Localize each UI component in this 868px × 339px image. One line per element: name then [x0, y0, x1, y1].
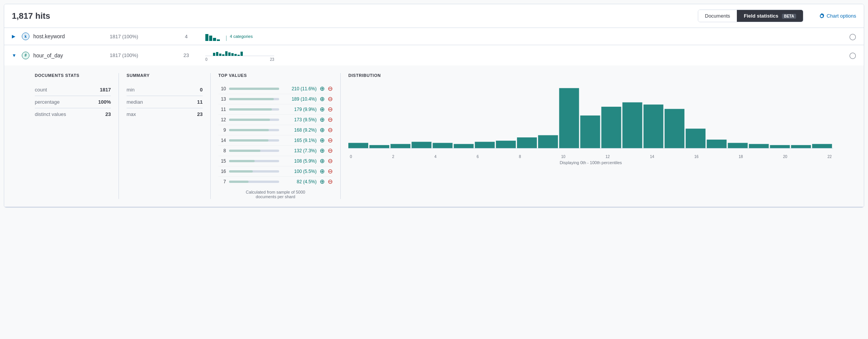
tv-plus-0[interactable]: ⊕	[320, 86, 325, 92]
tv-num-1: 13	[218, 96, 226, 102]
tab-documents[interactable]: Documents	[698, 10, 737, 22]
dist-x-label: 6	[477, 155, 479, 159]
top-value-row: 12 173 (9.5%) ⊕ ⊖	[218, 115, 333, 125]
svg-rect-8	[234, 54, 237, 56]
tv-plus-7[interactable]: ⊕	[320, 158, 325, 164]
svg-rect-6	[228, 52, 231, 56]
docs-stats-title: DOCUMENTS STATS	[35, 73, 111, 78]
tv-minus-0[interactable]: ⊖	[328, 86, 333, 92]
tv-bar-fill-6	[229, 150, 260, 152]
tv-value-0: 210 (11.6%)	[282, 86, 317, 91]
top-value-row: 13 189 (10.4%) ⊕ ⊖	[218, 94, 333, 104]
tv-bar-bg-4	[229, 129, 279, 131]
top-value-row: 9 168 (9.2%) ⊕ ⊖	[218, 125, 333, 135]
dist-x-label: 0	[350, 155, 352, 159]
chart-min-label: 0	[205, 57, 208, 62]
tv-value-9: 82 (4.5%)	[282, 179, 317, 184]
stat-label-count: count	[35, 87, 88, 93]
field-type-badge-k: k	[22, 33, 29, 40]
svg-rect-30	[749, 144, 769, 148]
action-icon-hour[interactable]: ◯	[849, 52, 856, 59]
summary-title: SUMMARY	[127, 73, 203, 78]
tv-value-6: 132 (7.3%)	[282, 148, 317, 153]
tv-bar-fill-5	[229, 139, 268, 142]
field-row-hour-of-day[interactable]: ▼ # hour_of_day 1817 (100%) 23	[4, 45, 864, 65]
svg-rect-2	[216, 52, 218, 56]
field-distinct-hour: 23	[167, 52, 205, 58]
svg-rect-3	[219, 54, 221, 56]
main-container: 1,817 hits Documents Field statistics BE…	[4, 4, 864, 208]
tv-plus-5[interactable]: ⊕	[320, 137, 325, 143]
field-name-host: host.keyword	[33, 33, 110, 39]
dist-x-label: 14	[650, 155, 654, 159]
tv-value-7: 108 (5.9%)	[282, 158, 317, 164]
chart-max-label: 23	[270, 57, 274, 62]
field-chart-hour: 0 23	[205, 49, 849, 62]
tab-field-statistics[interactable]: Field statistics BETA	[737, 10, 803, 22]
chart-options-button[interactable]: Chart options	[819, 13, 856, 19]
tv-bar-fill-4	[229, 129, 269, 131]
stat-row-min: min 0	[127, 84, 203, 96]
svg-rect-27	[686, 129, 705, 148]
stat-row-median: median 11	[127, 96, 203, 108]
tv-value-1: 189 (10.4%)	[282, 96, 317, 102]
tv-bar-bg-2	[229, 108, 279, 111]
tv-plus-3[interactable]: ⊕	[320, 117, 325, 123]
field-count-hour: 1817 (100%)	[110, 52, 167, 58]
tv-minus-9[interactable]: ⊖	[328, 179, 333, 185]
tv-minus-1[interactable]: ⊖	[328, 96, 333, 102]
distribution-chart: 0246810121416182022 Displaying 0th - 100…	[348, 84, 833, 165]
tv-bar-bg-5	[229, 139, 279, 142]
tv-minus-6[interactable]: ⊖	[328, 148, 333, 154]
dist-x-label: 12	[606, 155, 610, 159]
svg-rect-11	[348, 143, 368, 148]
tv-minus-3[interactable]: ⊖	[328, 117, 333, 123]
stat-row-distinct: distinct values 23	[35, 108, 111, 120]
dist-x-label: 2	[392, 155, 395, 159]
dist-x-label: 10	[561, 155, 566, 159]
docs-stats-list: count 1817 percentage 100% distinct valu…	[35, 84, 111, 120]
field-chart-host: 4 categories	[205, 32, 849, 41]
svg-rect-33	[812, 144, 832, 148]
tv-plus-6[interactable]: ⊕	[320, 148, 325, 154]
top-values-section: TOP VALUES 10 210 (11.6%) ⊕ ⊖ 13 189 (10…	[211, 73, 341, 199]
distribution-subtitle: Displaying 0th - 100th percentiles	[348, 160, 833, 165]
stat-row-max: max 23	[127, 108, 203, 120]
stat-label-min: min	[127, 87, 180, 93]
tv-num-9: 7	[218, 179, 226, 184]
tv-plus-9[interactable]: ⊕	[320, 179, 325, 185]
docs-stats-section: DOCUMENTS STATS count 1817 percentage 10…	[27, 73, 119, 199]
stat-value-min: 0	[180, 87, 203, 93]
tv-minus-7[interactable]: ⊖	[328, 158, 333, 164]
svg-rect-7	[231, 53, 234, 56]
top-value-row: 16 100 (5.5%) ⊕ ⊖	[218, 166, 333, 177]
tv-plus-2[interactable]: ⊕	[320, 106, 325, 112]
gear-icon	[819, 13, 825, 19]
tv-bar-bg-1	[229, 98, 279, 100]
tv-bar-bg-6	[229, 150, 279, 152]
stat-value-distinct: 23	[88, 111, 111, 117]
svg-rect-20	[538, 135, 558, 148]
svg-rect-5	[225, 51, 228, 56]
tv-plus-8[interactable]: ⊕	[320, 168, 325, 174]
tv-minus-4[interactable]: ⊖	[328, 127, 333, 133]
stat-row-count: count 1817	[35, 84, 111, 96]
top-value-row: 10 210 (11.6%) ⊕ ⊖	[218, 84, 333, 94]
stat-value-percentage: 100%	[88, 99, 111, 105]
tv-minus-2[interactable]: ⊖	[328, 106, 333, 112]
svg-rect-28	[707, 140, 727, 148]
stat-row-percentage: percentage 100%	[35, 96, 111, 108]
distribution-x-labels: 0246810121416182022	[348, 155, 833, 159]
tv-plus-4[interactable]: ⊕	[320, 127, 325, 133]
tv-minus-8[interactable]: ⊖	[328, 168, 333, 174]
field-row-host-keyword[interactable]: ▶ k host.keyword 1817 (100%) 4 4 categor…	[4, 28, 864, 45]
tv-minus-5[interactable]: ⊖	[328, 137, 333, 143]
svg-rect-29	[728, 143, 748, 148]
distribution-title: DISTRIBUTION	[348, 73, 833, 78]
tv-num-4: 9	[218, 127, 226, 133]
expand-icon-host: ▶	[12, 34, 18, 39]
action-icon-host[interactable]: ◯	[849, 33, 856, 40]
tv-plus-1[interactable]: ⊕	[320, 96, 325, 102]
dist-x-label: 8	[519, 155, 521, 159]
stat-label-max: max	[127, 111, 180, 117]
